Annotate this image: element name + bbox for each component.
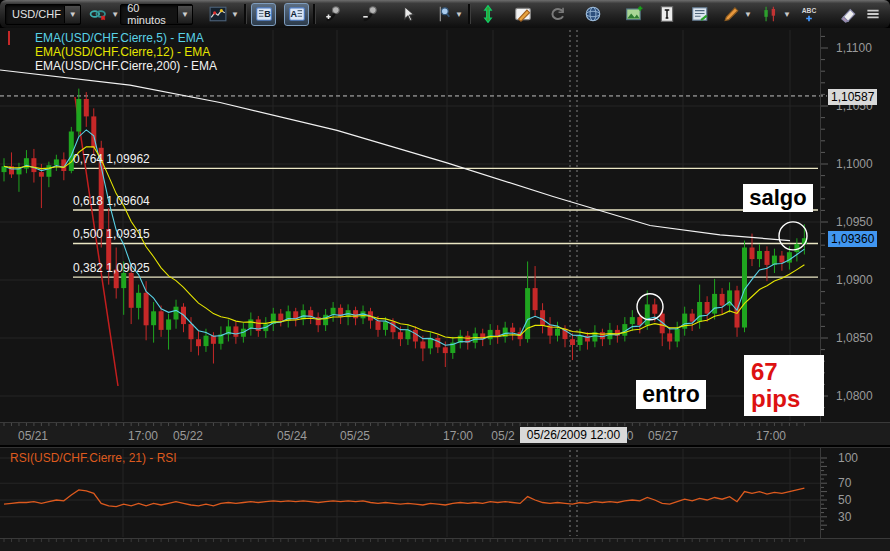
toolbar-separator [244,4,247,24]
symbol-combo[interactable]: USD/CHF▼ [5,4,81,25]
zoom-out-icon[interactable] [357,3,382,26]
interval-combo-arrow-icon[interactable]: ▼ [177,6,192,23]
fib-level-label: 0,618 1,09604 [73,194,150,208]
globe-icon[interactable] [580,3,605,26]
pips-value: 67 [751,359,778,385]
price-axis-label: 1,0950 [836,215,873,229]
time-axis-label: 05/24 [277,429,307,443]
pattern-tool-icon[interactable] [757,3,782,26]
price-axis-label: 1,0800 [836,389,873,403]
ask-price-box-toggle[interactable]: A [284,3,309,26]
fib-level-label: 0,500 1,09315 [73,227,150,241]
chart-type-dropdown[interactable]: ▼ [230,3,240,26]
svg-text:A: A [290,9,297,19]
time-axis-label: 05/25 [340,429,370,443]
label-tool-icon[interactable]: ABC [796,3,821,26]
time-axis-label: 17:00 [128,429,158,443]
chart-type-icon[interactable] [205,3,230,26]
notes-icon[interactable] [687,3,712,26]
rsi-scale-label: 30 [838,510,851,524]
fib-level-label: 0,382 1,09025 [73,261,150,275]
add-image-icon[interactable] [621,3,646,26]
link-tool-icon[interactable] [85,3,110,26]
symbol-combo-value: USD/CHF [12,8,61,20]
list-menu-icon[interactable] [860,3,885,26]
svg-text:B: B [264,9,271,19]
legend-ema5: EMA(USD/CHF.Cierre,5) - EMA [35,31,204,45]
toolbar-separator [313,4,316,24]
legend-ema12: EMA(USD/CHF.Cierre,12) - EMA [35,45,210,59]
pips-annotation[interactable]: 67 pips [744,355,824,416]
legend-ema200: EMA(USD/CHF.Cierre,200) - EMA [35,59,217,73]
text-tool-icon[interactable] [654,3,679,26]
bid-price-box-toggle[interactable]: B [251,3,276,26]
zoom-in-icon[interactable] [320,3,345,26]
rsi-scale-label: 100 [838,451,858,465]
zoom-tool-dropdown[interactable]: ▼ [454,3,464,26]
link-tool-dropdown[interactable]: ▼ [110,3,120,26]
main-toolbar: USD/CHF▼▼60 minutos▼▼BA▼▼▼ABC [0,0,890,28]
time-axis-label: 05/21 [18,429,48,443]
time-axis-label: 05/22 [173,429,203,443]
entry-annotation[interactable]: entro [636,380,706,409]
price-axis-label: 1,1000 [836,157,873,171]
rsi-label: RSI(USD/CHF.Cierre, 21) - RSI [10,451,177,465]
svg-text:ABC: ABC [801,7,816,14]
fit-vertical-icon[interactable] [475,3,500,26]
time-axis-label: 0 [627,429,634,443]
rsi-scale-label: 50 [838,493,851,507]
price-axis-label: 1,1100 [836,41,872,55]
pips-unit: pips [751,386,800,412]
price-axis-label: 1,0850 [836,331,873,345]
time-axis-label: 17:00 [443,429,473,443]
symbol-combo-arrow-icon[interactable]: ▼ [64,6,80,23]
exit-annotation[interactable]: salgo [743,184,813,212]
price-axis-label: 1,0900 [836,273,873,287]
interval-combo-value: 60 minutos [127,2,177,26]
trading-app-window: USD/CHF▼▼60 minutos▼▼BA▼▼▼ABC EMA(USD/CH… [0,0,890,551]
interval-combo[interactable]: 60 minutos▼ [120,4,193,25]
pattern-tool-dropdown[interactable]: ▼ [782,3,792,26]
time-axis-label: 17:00 [756,429,786,443]
fib-level-label: 0,764 1,09962 [73,152,150,166]
rsi-scale-label: 70 [838,476,851,490]
pencil-tool-icon[interactable] [718,3,743,26]
pointer-tool-icon[interactable] [394,3,419,26]
pencil-tool-dropdown[interactable]: ▼ [743,3,753,26]
edit-image-icon[interactable] [510,3,535,26]
toolbar-separator [468,4,471,24]
chart-canvas[interactable] [0,0,890,551]
crosshair-zoom-icon[interactable] [429,3,454,26]
rotate-icon[interactable] [545,3,570,26]
last-price-tag: 1,09360 [828,231,877,247]
time-axis-label: 05/27 [648,429,678,443]
eraser-tool-icon[interactable] [835,3,860,26]
time-axis-label: 05/2 [491,429,514,443]
high-price-tag: 1,10587 [828,89,877,105]
cursor-date-tag: 05/26/2009 12:00 [520,427,627,443]
